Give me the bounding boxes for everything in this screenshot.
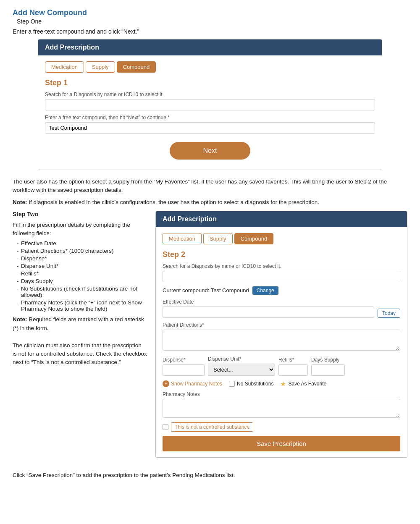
show-pharmacy-notes-label: Show Pharmacy Notes	[171, 381, 222, 387]
bottom-para: Click “Save Prescription” to add the pre…	[13, 471, 407, 479]
tab-medication-2[interactable]: Medication	[163, 233, 202, 244]
effective-date-row: Today	[163, 307, 400, 318]
dispense-unit-select[interactable]: Select...	[208, 364, 275, 376]
step-two-fields-list: Effective Date Patient Directions* (1000…	[13, 240, 147, 312]
days-supply-label: Days Supply	[311, 357, 345, 363]
step-one-instruction: Enter a free-text compound and and click…	[13, 28, 407, 35]
tab-supply-1[interactable]: Supply	[86, 61, 115, 73]
card2-tabs: Medication Supply Compound	[163, 233, 400, 244]
dispense-row: Dispense* Dispense Unit* Select... Refil…	[163, 356, 400, 376]
star-icon[interactable]: ★	[280, 380, 286, 388]
show-pharmacy-notes-btn[interactable]: + Show Pharmacy Notes	[163, 380, 222, 387]
dispense-unit-label: Dispense Unit*	[208, 356, 275, 362]
save-as-favorite-row: ★ Save As Favorite	[280, 380, 326, 388]
dispense-block: Dispense*	[163, 357, 205, 376]
note2: Note: Required fields are marked with a …	[13, 315, 147, 333]
today-button[interactable]: Today	[378, 309, 400, 318]
patient-directions-label: Patient Directions*	[163, 322, 400, 328]
next-button[interactable]: Next	[170, 142, 251, 160]
pharmacy-notes-label: Pharmacy Notes	[163, 391, 400, 397]
compound-label-1: Enter a free text compound, then hit “Ne…	[45, 115, 375, 121]
effective-date-input[interactable]	[163, 307, 374, 318]
no-substitutions-checkbox[interactable]	[229, 381, 235, 387]
note1-text: If diagnosis is enabled in the clinic’s …	[27, 199, 319, 205]
controlled-substance-row: This is not a controlled substance	[163, 422, 400, 432]
list-item: Patient Directions* (1000 characters)	[17, 248, 147, 254]
save-prescription-button[interactable]: Save Prescription	[163, 436, 400, 451]
diagnosis-label-2: Search for a Diagnosis by name or ICD10 …	[163, 263, 400, 269]
list-item: No Substitutions (check if substitutions…	[17, 286, 147, 298]
tab-supply-2[interactable]: Supply	[203, 233, 233, 244]
list-item: Refills*	[17, 270, 147, 277]
pharmacy-notes-toggle-row: + Show Pharmacy Notes No Substitutions ★…	[163, 380, 400, 388]
step2-heading: Step 2	[163, 250, 400, 259]
list-item: Pharmacy Notes (click the “+” icon next …	[17, 299, 147, 312]
list-item: Days Supply	[17, 278, 147, 284]
tab-medication-1[interactable]: Medication	[45, 61, 84, 73]
controlled-substance-label: This is not a controlled substance	[171, 422, 253, 432]
card2-header: Add Prescription	[156, 211, 407, 227]
step-one-outer-label: Step One	[17, 18, 407, 25]
step-two-left: Step Two Fill in the prescription detail…	[13, 211, 147, 465]
pharmacy-notes-textarea[interactable]	[163, 399, 400, 418]
page-title: Add New Compound	[13, 8, 407, 17]
tab-compound-1[interactable]: Compound	[117, 61, 156, 73]
tab-compound-2[interactable]: Compound	[234, 233, 274, 244]
note1: Note: If diagnosis is enabled in the cli…	[13, 198, 407, 207]
add-prescription-card-2: Add Prescription Medication Supply Compo…	[155, 211, 407, 465]
days-supply-input[interactable]	[311, 364, 345, 376]
note2-text: Required fields are marked with a red as…	[13, 316, 144, 331]
change-button[interactable]: Change	[252, 286, 278, 295]
patient-directions-textarea[interactable]	[163, 330, 400, 351]
current-compound-text: Current compound: Test Compound	[163, 287, 249, 293]
no-substitutions-row: No Substitutions	[229, 381, 273, 387]
step-two-intro: Fill in the prescription details by comp…	[13, 221, 147, 238]
plus-icon: +	[163, 380, 169, 387]
effective-date-label: Effective Date	[163, 299, 400, 305]
dispense-input[interactable]	[163, 364, 205, 376]
dispense-label: Dispense*	[163, 357, 205, 363]
list-item: Dispense*	[17, 255, 147, 262]
days-supply-block: Days Supply	[311, 357, 345, 376]
controlled-substance-checkbox[interactable]	[163, 424, 168, 430]
diagnosis-label-1: Search for a Diagnosis by name or ICD10 …	[45, 92, 375, 97]
diagnosis-input-2[interactable]	[163, 271, 400, 282]
compound-row: Current compound: Test Compound Change	[163, 286, 400, 295]
note2-bold: Note:	[13, 316, 27, 322]
refills-input[interactable]	[278, 364, 308, 376]
step-two-section: Step Two Fill in the prescription detail…	[13, 211, 407, 465]
diagnosis-input-1[interactable]	[45, 99, 375, 110]
card1-header: Add Prescription	[38, 39, 382, 55]
card1-tabs: Medication Supply Compound	[45, 61, 375, 73]
compound-input-1[interactable]	[45, 122, 375, 134]
refills-label: Refills*	[278, 357, 308, 363]
para1: The user also has the option to select a…	[13, 178, 407, 195]
note3-text: The clinician must also confirm that the…	[13, 341, 147, 367]
dispense-unit-block: Dispense Unit* Select...	[208, 356, 275, 376]
note1-bold: Note:	[13, 199, 27, 205]
list-item: Dispense Unit*	[17, 263, 147, 269]
no-substitutions-label: No Substitutions	[237, 381, 273, 387]
refills-block: Refills*	[278, 357, 308, 376]
step1-heading: Step 1	[45, 79, 375, 87]
step-two-outer-label: Step Two	[13, 211, 147, 217]
save-as-favorite-label: Save As Favorite	[288, 381, 326, 387]
add-prescription-card-1: Add Prescription Medication Supply Compo…	[38, 39, 382, 170]
list-item: Effective Date	[17, 240, 147, 246]
